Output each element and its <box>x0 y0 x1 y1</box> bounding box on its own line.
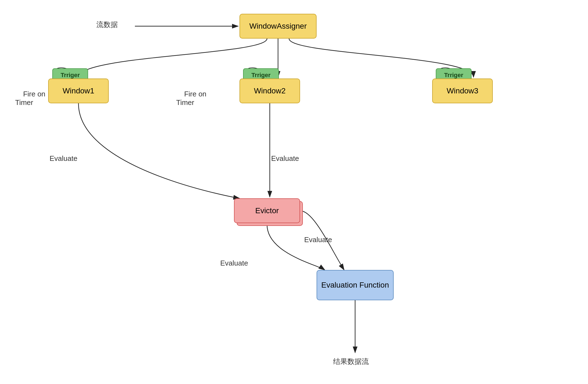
stream-input-label: 流数据 <box>96 20 118 29</box>
diagram-container: 流数据 WindowAssigner Trriger Window1 Trrig… <box>0 0 588 384</box>
window3-node: Window3 <box>432 79 493 103</box>
evaluate-label-3: Evaluate <box>304 236 332 244</box>
eval-function-node: Evaluation Function <box>317 270 394 300</box>
evaluate-label-4: Evaluate <box>220 259 248 267</box>
result-stream-label: 结果数据流 <box>333 357 369 366</box>
fire-on-timer-2-label: Fire onTimer <box>176 81 206 115</box>
fire-on-timer-1-label: Fire onTimer <box>15 81 45 115</box>
evaluate-label-1: Evaluate <box>50 154 77 163</box>
evaluate-label-2: Evaluate <box>271 154 299 163</box>
window-assigner-node: WindowAssigner <box>239 14 317 39</box>
window2-node: Window2 <box>239 79 300 103</box>
window1-node: Window1 <box>48 79 109 103</box>
evictor-node: Evictor <box>234 198 300 223</box>
arrows-svg <box>0 0 588 384</box>
